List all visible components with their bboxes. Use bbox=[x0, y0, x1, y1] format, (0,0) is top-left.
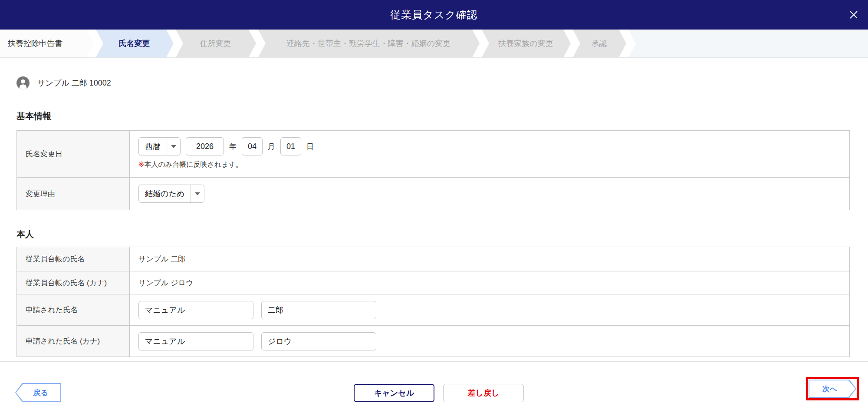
section-heading-basic-info: 基本情報 bbox=[16, 110, 51, 122]
step-address-change[interactable]: 住所変更 bbox=[176, 30, 256, 57]
requested-last-name-kana-input[interactable] bbox=[138, 332, 253, 350]
registry-name-value: サンプル 二郎 bbox=[130, 247, 849, 271]
step-name-change[interactable]: 氏名変更 bbox=[96, 30, 174, 57]
dialog-header: 従業員タスク確認 bbox=[0, 0, 868, 30]
basic-info-table: 氏名変更日 西暦 年 月 日 ※本人のみ台帳に反映されます。 変更理由 bbox=[16, 130, 850, 210]
footer-divider bbox=[0, 361, 868, 362]
change-reason-select-value: 結婚のため bbox=[139, 188, 191, 199]
section-heading-person: 本人 bbox=[16, 228, 34, 240]
month-input[interactable] bbox=[242, 137, 263, 155]
requested-first-name-kana-input[interactable] bbox=[261, 332, 376, 350]
registry-name-kana-label: 従業員台帳の氏名 (カナ) bbox=[17, 271, 130, 294]
day-input[interactable] bbox=[280, 137, 301, 155]
requested-name-value bbox=[130, 294, 849, 325]
cancel-button[interactable]: キャンセル bbox=[354, 384, 434, 402]
requested-last-name-input[interactable] bbox=[138, 301, 253, 319]
table-row: 従業員台帳の氏名 サンプル 二郎 bbox=[17, 247, 849, 271]
table-row: 変更理由 結婚のため bbox=[17, 177, 849, 210]
person-icon bbox=[16, 76, 30, 89]
table-row: 申請された氏名 (カナ) bbox=[17, 325, 849, 357]
employee-summary: サンプル 二郎 10002 bbox=[16, 76, 111, 89]
next-button-label: 次へ bbox=[809, 380, 856, 398]
stepper-filler bbox=[628, 30, 868, 57]
next-button[interactable]: 次へ bbox=[809, 380, 856, 398]
change-reason-label: 変更理由 bbox=[17, 178, 130, 210]
page-title: 従業員タスク確認 bbox=[390, 8, 478, 22]
table-row: 申請された氏名 bbox=[17, 294, 849, 325]
close-icon bbox=[849, 14, 858, 21]
registry-name-kana-value: サンプル ジロウ bbox=[130, 271, 849, 294]
requested-first-name-input[interactable] bbox=[261, 301, 376, 319]
wizard-stepper: 扶養控除申告書 氏名変更 住所変更 連絡先・世帯主・勤労学生・障害・婚姻の変更 … bbox=[0, 30, 868, 58]
year-unit-label: 年 bbox=[229, 142, 237, 152]
chevron-down-icon bbox=[167, 145, 180, 148]
person-table: 従業員台帳の氏名 サンプル 二郎 従業員台帳の氏名 (カナ) サンプル ジロウ … bbox=[16, 247, 850, 357]
reflection-note: ※本人のみ台帳に反映されます。 bbox=[138, 160, 849, 169]
name-change-date-value: 西暦 年 月 日 ※本人のみ台帳に反映されます。 bbox=[130, 131, 849, 177]
change-reason-value: 結婚のため bbox=[130, 178, 849, 210]
requested-name-label: 申請された氏名 bbox=[17, 294, 130, 325]
requested-name-kana-value bbox=[130, 326, 849, 357]
note-asterisk: ※ bbox=[138, 161, 144, 168]
step-contact-household-change[interactable]: 連絡先・世帯主・勤労学生・障害・婚姻の変更 bbox=[258, 30, 480, 57]
employee-name-and-id: サンプル 二郎 10002 bbox=[37, 78, 111, 88]
back-button[interactable]: 戻る bbox=[15, 383, 61, 402]
step-approval[interactable]: 承認 bbox=[573, 30, 626, 57]
registry-name-label: 従業員台帳の氏名 bbox=[17, 247, 130, 271]
requested-name-kana-label: 申請された氏名 (カナ) bbox=[17, 326, 130, 357]
send-back-button[interactable]: 差し戻し bbox=[443, 384, 524, 402]
month-unit-label: 月 bbox=[268, 142, 275, 152]
table-row: 氏名変更日 西暦 年 月 日 ※本人のみ台帳に反映されます。 bbox=[17, 131, 849, 177]
step-dependent-declaration[interactable]: 扶養控除申告書 bbox=[0, 30, 94, 57]
table-row: 従業員台帳の氏名 (カナ) サンプル ジロウ bbox=[17, 271, 849, 294]
era-select[interactable]: 西暦 bbox=[138, 137, 181, 155]
era-select-value: 西暦 bbox=[139, 141, 167, 152]
back-button-label: 戻る bbox=[15, 383, 61, 402]
name-change-date-label: 氏名変更日 bbox=[17, 131, 130, 177]
close-button[interactable] bbox=[846, 7, 861, 22]
change-reason-select[interactable]: 結婚のため bbox=[138, 185, 204, 203]
year-input[interactable] bbox=[186, 137, 224, 155]
day-unit-label: 日 bbox=[306, 142, 314, 152]
chevron-down-icon bbox=[191, 192, 204, 195]
highlight-box: 次へ bbox=[806, 377, 859, 400]
step-dependents-change[interactable]: 扶養家族の変更 bbox=[482, 30, 571, 57]
